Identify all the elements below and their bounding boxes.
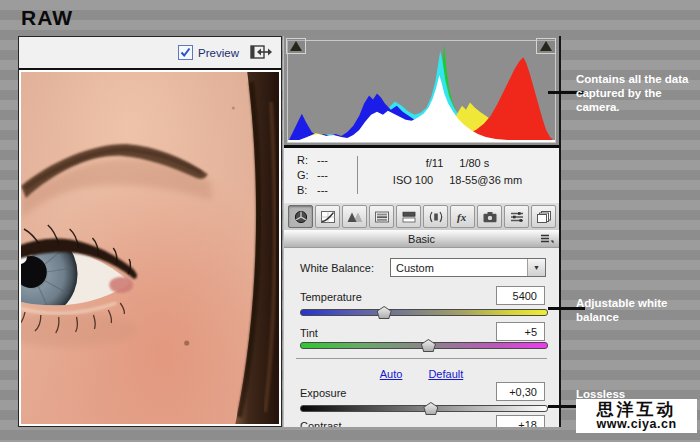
tint-slider[interactable] [300,342,548,349]
checkmark-icon [180,47,191,58]
tint-slider-thumb[interactable] [421,339,436,352]
camera-icon [482,210,498,224]
exif-block: f/11 1/80 s ISO 100 18-55@36 mm [362,157,553,186]
tint-input[interactable]: +5 [496,322,545,341]
toggle-fullscreen-button[interactable] [249,44,273,62]
temperature-slider-thumb[interactable] [377,306,392,319]
exposure-slider[interactable] [300,405,548,412]
annotation-histogram: Contains all the data captured by the ca… [576,72,694,114]
b-label: B: [297,183,317,198]
exposure-input[interactable]: +0,30 [496,382,545,401]
tab-presets[interactable] [504,205,529,228]
b-value: --- [317,183,347,198]
exposure-label: Exposure [300,387,346,399]
histogram-chart [288,41,555,142]
auto-default-links: Auto Default [284,368,559,380]
temperature-label: Temperature [300,291,362,303]
tab-snapshots[interactable] [531,205,556,228]
r-value: --- [317,153,347,168]
contrast-label: Contrast [300,420,342,427]
fx-icon: fx [455,210,471,224]
histogram-baseline [288,140,555,142]
page-title: RAW [21,6,73,30]
tab-effects[interactable]: fx [450,205,475,228]
highlight-clipping-triangle-icon [540,41,552,51]
photo-face-closeup [21,72,279,424]
tab-detail[interactable] [342,205,367,228]
shadow-clipping-triangle-icon [290,41,302,51]
white-balance-select[interactable]: Custom ▼ [390,258,546,277]
white-balance-value: Custom [391,262,527,274]
temperature-input[interactable]: 5400 [496,286,545,305]
white-balance-label: White Balance: [300,262,374,274]
basic-controls: White Balance: Custom ▼ Temperature 5400… [284,248,559,427]
camera-raw-panel: R:--- G:--- B:--- f/11 1/80 s ISO 100 18… [283,36,561,427]
tab-lens-corrections[interactable] [423,205,448,228]
watermark: 思洋互动 www.ciya.cn [576,399,697,433]
iso-value: ISO 100 [393,174,433,186]
preview-checkbox-label: Preview [198,47,239,59]
g-value: --- [317,168,347,183]
split-toning-icon [401,210,417,224]
temperature-slider[interactable] [300,309,548,316]
r-label: R: [297,153,317,168]
snapshots-stack-icon [536,210,552,224]
tool-tabs: fx [284,202,559,230]
tab-split-toning[interactable] [396,205,421,228]
sharpen-triangles-icon [347,210,363,224]
rgb-readout: R:--- G:--- B:--- [297,153,347,198]
svg-text:fx: fx [457,211,467,223]
tab-hsl-grayscale[interactable] [369,205,394,228]
tab-basic[interactable] [288,205,313,228]
basic-panel-header: Basic [284,230,559,248]
sliders-icon [509,210,525,224]
exposure-slider-thumb[interactable] [423,402,438,415]
chevron-down-icon: ▼ [527,259,545,276]
highlight-clipping-button[interactable] [536,38,556,54]
tint-label: Tint [300,327,318,339]
watermark-name: 思洋互动 [597,401,677,418]
info-divider [357,156,358,194]
lens-icon [428,210,444,224]
panel-title: Basic [408,233,435,245]
image-preview[interactable] [21,72,279,424]
aperture-value: f/11 [426,157,444,169]
g-label: G: [297,168,317,183]
contrast-input[interactable]: +18 [496,415,545,427]
preview-toolbar: Preview [19,37,281,70]
preview-checkbox[interactable] [178,45,193,60]
dock-toggle-icon [249,44,273,61]
tab-tone-curve[interactable] [315,205,340,228]
histogram [287,40,556,143]
annotation-white-balance: Adjustable white balance [576,296,694,324]
shutter-speed-value: 1/80 s [459,157,489,169]
histogram-section [284,36,559,148]
panel-menu-button[interactable] [540,234,554,246]
tab-camera-calibration[interactable] [477,205,502,228]
tone-curve-icon [320,210,336,224]
default-link[interactable]: Default [428,368,463,380]
section-divider [296,358,547,359]
lens-value: 18-55@36 mm [449,174,522,186]
shadow-clipping-button[interactable] [286,38,306,54]
exif-info-section: R:--- G:--- B:--- f/11 1/80 s ISO 100 18… [284,148,559,202]
panel-menu-icon [540,234,554,244]
auto-link[interactable]: Auto [380,368,403,380]
aperture-icon [293,210,309,224]
watermark-url: www.ciya.cn [596,418,676,431]
hsl-stripes-icon [374,210,390,224]
preview-panel: Preview [18,36,282,427]
